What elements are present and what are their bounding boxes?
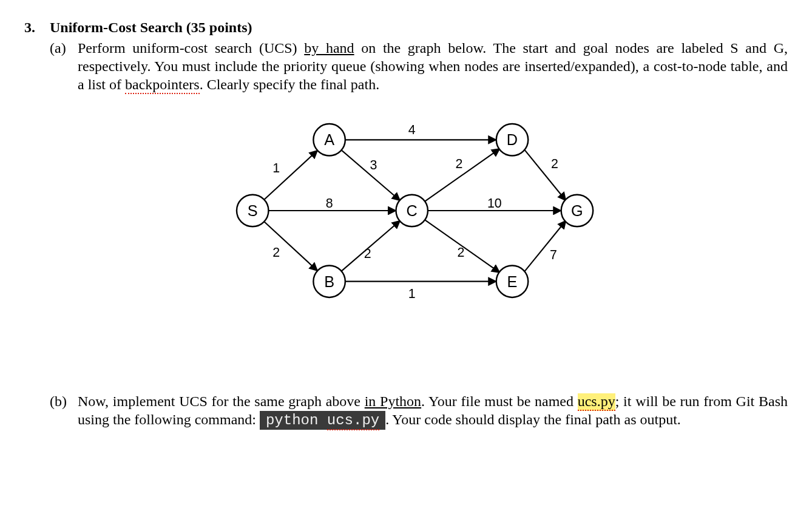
weight-A-D: 4 <box>408 123 416 137</box>
part-b-command: python ucs.py <box>260 411 385 430</box>
node-E-label: E <box>507 273 518 290</box>
graph-container: 1 8 2 4 3 2 1 2 2 10 2 7 S A B C D E <box>24 104 788 317</box>
weight-C-D: 2 <box>456 157 463 171</box>
weight-C-E: 2 <box>457 245 464 260</box>
part-b-text-1: Now, implement UCS for the same graph ab… <box>78 393 365 409</box>
part-b-filename-highlight: ucs.py <box>578 393 615 411</box>
part-b-text-4: . Your code should display the final pat… <box>385 412 681 427</box>
part-b-command-prefix: python <box>266 412 327 429</box>
part-a-text-3: . Clearly specify the final path. <box>200 76 380 92</box>
weight-S-A: 1 <box>272 161 280 175</box>
weight-E-G: 7 <box>550 248 557 262</box>
weight-A-C: 3 <box>370 158 377 172</box>
graph-svg: 1 8 2 4 3 2 1 2 2 10 2 7 S A B C D E <box>212 104 600 317</box>
question-title: Uniform-Cost Search (35 points) <box>50 18 252 36</box>
part-b-text-2: . Your file must be named <box>421 393 578 409</box>
weight-D-G: 2 <box>551 157 558 171</box>
page: 3. Uniform-Cost Search (35 points) (a) P… <box>0 0 812 522</box>
question-heading: 3. Uniform-Cost Search (35 points) <box>24 18 788 36</box>
edge-E-G <box>524 221 566 272</box>
node-S-label: S <box>248 202 258 219</box>
part-b-label: (b) <box>50 392 78 430</box>
part-a-underline-1: by hand <box>304 40 354 56</box>
part-b: (b) Now, implement UCS for the same grap… <box>24 392 788 430</box>
node-D-label: D <box>507 131 518 148</box>
part-a: (a) Perform uniform-cost search (UCS) by… <box>24 39 788 93</box>
weight-B-C: 2 <box>364 246 371 261</box>
part-b-underline-1: in Python <box>365 393 421 409</box>
node-C-label: C <box>407 202 418 219</box>
part-b-command-filename: ucs.py <box>327 412 379 430</box>
weight-S-B: 2 <box>272 245 280 260</box>
node-G-label: G <box>571 202 583 219</box>
part-b-body: Now, implement UCS for the same graph ab… <box>78 392 788 430</box>
part-a-spellcheck-1: backpointers <box>125 76 200 94</box>
part-a-text-1: Perform uniform-cost search (UCS) <box>78 40 304 56</box>
part-a-label: (a) <box>50 39 78 93</box>
node-B-label: B <box>324 273 334 290</box>
edge-D-G <box>524 150 566 201</box>
node-A-label: A <box>324 131 334 148</box>
weight-S-C: 8 <box>326 196 333 211</box>
part-a-body: Perform uniform-cost search (UCS) by han… <box>78 39 788 93</box>
question-number: 3. <box>24 18 50 36</box>
weight-C-G: 10 <box>487 196 502 211</box>
weight-B-E: 1 <box>408 286 416 301</box>
